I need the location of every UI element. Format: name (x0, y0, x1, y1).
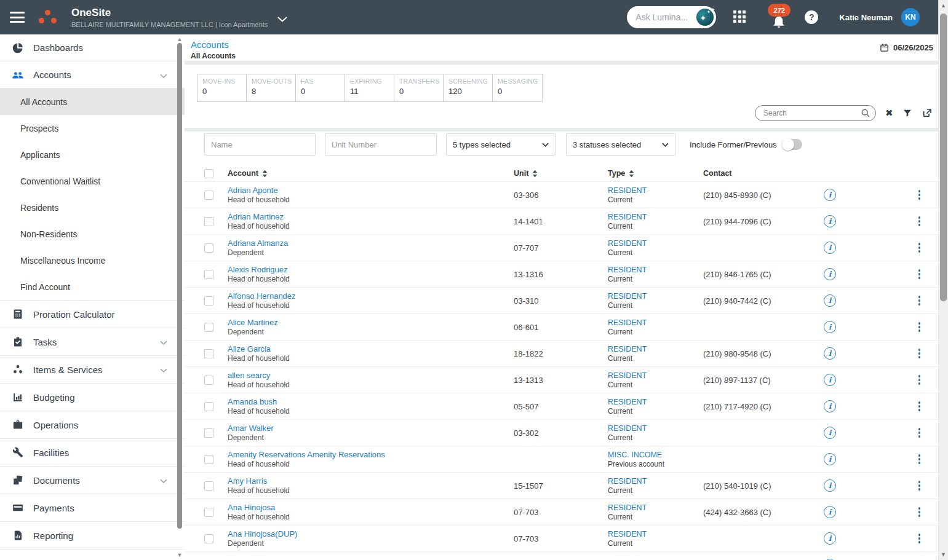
account-type[interactable]: RESIDENT (608, 371, 703, 381)
row-checkbox[interactable] (204, 270, 213, 279)
row-checkbox[interactable] (204, 508, 213, 517)
row-menu-kebab-icon[interactable] (917, 479, 923, 492)
row-checkbox[interactable] (204, 376, 213, 385)
row-checkbox[interactable] (204, 349, 213, 358)
account-type[interactable]: RESIDENT (608, 318, 703, 328)
column-header-account[interactable]: Account (228, 169, 258, 178)
window-scrollbar[interactable]: ▲ ▼ (938, 0, 948, 560)
account-type[interactable]: RESIDENT (608, 476, 703, 486)
sidebar-item-facilities[interactable]: Facilities (0, 439, 185, 467)
sidebar-item-budgeting[interactable]: Budgeting (0, 384, 185, 411)
scroll-thumb[interactable] (940, 14, 947, 301)
account-name-link[interactable]: Adrian Martinez (228, 212, 514, 222)
account-type[interactable]: RESIDENT (608, 186, 703, 195)
property-chevron-down-icon[interactable] (277, 14, 287, 25)
apps-grid-icon[interactable] (733, 10, 747, 24)
row-menu-kebab-icon[interactable] (917, 188, 923, 202)
date-display[interactable]: 06/26/2025 (880, 43, 933, 52)
sidebar-scroll-up-arrow[interactable]: ▲ (177, 36, 183, 42)
clear-filters-button[interactable]: ✖ (885, 108, 893, 118)
row-checkbox[interactable] (204, 217, 213, 226)
row-menu-kebab-icon[interactable] (917, 320, 923, 334)
row-menu-kebab-icon[interactable] (917, 532, 923, 545)
row-checkbox[interactable] (204, 243, 213, 253)
sidebar-subitem-find-account[interactable]: Find Account (0, 274, 185, 300)
row-menu-kebab-icon[interactable] (917, 241, 923, 254)
info-icon[interactable]: i (824, 400, 836, 412)
user-name[interactable]: Katie Neuman (839, 13, 893, 22)
row-menu-kebab-icon[interactable] (917, 347, 923, 360)
row-menu-kebab-icon[interactable] (917, 505, 923, 519)
sidebar-item-tasks[interactable]: Tasks (0, 328, 185, 356)
sidebar-subitem-miscellaneous-income[interactable]: Miscellaneous Income (0, 247, 185, 274)
info-icon[interactable]: i (824, 347, 836, 360)
row-checkbox[interactable] (204, 481, 213, 491)
row-menu-kebab-icon[interactable] (917, 215, 923, 228)
stat-messaging[interactable]: MESSAGING0 (493, 74, 542, 101)
stat-screening[interactable]: SCREENING120 (444, 74, 493, 101)
account-type[interactable]: RESIDENT (608, 529, 703, 539)
row-checkbox[interactable] (204, 455, 213, 464)
stat-expiring[interactable]: EXPIRING11 (345, 74, 394, 101)
info-icon[interactable]: i (824, 453, 836, 465)
info-icon[interactable]: i (824, 532, 836, 545)
info-icon[interactable]: i (824, 321, 836, 333)
sort-icon[interactable] (628, 170, 635, 178)
account-type[interactable]: RESIDENT (608, 239, 703, 248)
scroll-down-arrow[interactable]: ▼ (939, 551, 948, 558)
sidebar-item-accounts[interactable]: Accounts (0, 61, 185, 89)
account-name-link[interactable]: Ana Hinojosa(DUP) (228, 529, 514, 539)
stat-transfers[interactable]: TRANSFERS0 (394, 74, 444, 101)
row-menu-kebab-icon[interactable] (917, 294, 923, 307)
row-checkbox[interactable] (204, 534, 213, 543)
row-menu-kebab-icon[interactable] (917, 452, 923, 466)
sidebar-subitem-conventional-waitlist[interactable]: Conventional Waitlist (0, 168, 185, 194)
select-all-checkbox[interactable] (204, 169, 213, 178)
row-menu-kebab-icon[interactable] (917, 373, 923, 387)
sort-icon[interactable] (532, 170, 538, 178)
ask-lumina-input[interactable]: Ask Lumina... ✦✦+ (627, 6, 716, 28)
account-name-link[interactable]: Amy Harris (228, 476, 514, 486)
account-name-link[interactable]: Alice Martinez (228, 318, 514, 328)
types-select[interactable]: 5 types selected (446, 133, 556, 156)
sidebar-subitem-prospects[interactable]: Prospects (0, 115, 185, 141)
sidebar-item-dashboards[interactable]: Dashboards (0, 34, 185, 61)
sidebar-scroll-down-arrow[interactable]: ▼ (177, 552, 183, 558)
account-name-link[interactable]: Adrian Aponte (228, 186, 514, 195)
avatar[interactable]: KN (901, 8, 920, 26)
sidebar-scroll-thumb[interactable] (177, 43, 182, 529)
sort-icon[interactable] (261, 170, 268, 178)
info-icon[interactable]: i (824, 268, 836, 280)
row-checkbox[interactable] (204, 428, 213, 438)
sidebar-item-items-services[interactable]: Items & Services (0, 356, 185, 384)
help-icon[interactable]: ? (805, 10, 818, 24)
info-icon[interactable]: i (824, 479, 836, 492)
breadcrumb[interactable]: Accounts (191, 39, 236, 50)
account-type[interactable]: RESIDENT (608, 397, 703, 407)
sidebar-subitem-non-residents[interactable]: Non-Residents (0, 221, 185, 247)
row-checkbox[interactable] (204, 402, 213, 411)
account-type[interactable]: RESIDENT (608, 344, 703, 354)
sidebar-subitem-applicants[interactable]: Applicants (0, 141, 185, 168)
account-name-link[interactable]: Amanda bush (228, 397, 514, 407)
column-header-unit[interactable]: Unit (514, 169, 528, 178)
account-type[interactable]: RESIDENT (608, 265, 703, 275)
info-icon[interactable]: i (824, 506, 836, 518)
row-checkbox[interactable] (204, 191, 213, 200)
row-checkbox[interactable] (204, 323, 213, 332)
statuses-select[interactable]: 3 statuses selected (566, 133, 675, 156)
sidebar-item-operations[interactable]: Operations (0, 411, 185, 439)
account-type[interactable]: MISC. INCOME (608, 450, 703, 460)
account-type[interactable]: RESIDENT (608, 212, 703, 222)
hamburger-menu-icon[interactable] (10, 12, 25, 23)
sidebar-item-proration-calculator[interactable]: Proration Calculator (0, 301, 185, 328)
stat-move-ins[interactable]: MOVE-INS0 (197, 74, 247, 101)
info-icon[interactable]: i (824, 242, 836, 254)
export-button[interactable] (922, 108, 933, 119)
info-icon[interactable]: i (824, 189, 836, 201)
row-menu-kebab-icon[interactable] (917, 267, 923, 281)
name-filter-input[interactable] (204, 133, 316, 156)
include-former-toggle[interactable] (782, 139, 802, 150)
account-name-link[interactable]: Adriana Almanza (228, 239, 514, 248)
row-menu-kebab-icon[interactable] (917, 400, 923, 413)
